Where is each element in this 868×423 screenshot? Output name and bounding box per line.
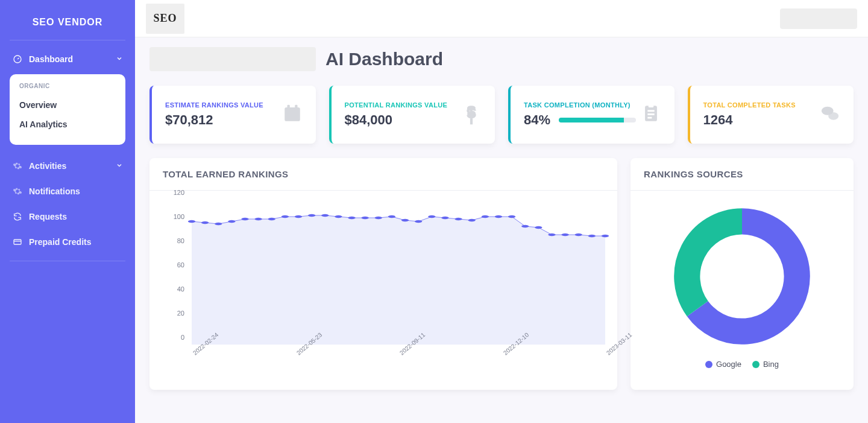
dollar-icon [461,103,482,126]
stat-value: 84% [524,112,550,128]
sidebar-subpanel: ORGANIC Overview AI Analytics [10,74,125,145]
svg-rect-9 [647,117,652,119]
svg-point-17 [254,218,262,220]
donut-legend: Google Bing [705,360,779,369]
svg-point-12 [188,220,195,223]
stat-card-task: TASK COMPLETION (MONTHLY) 84% [508,86,675,144]
svg-point-24 [348,217,355,219]
svg-point-11 [828,112,838,120]
sidebar-item-label: Notifications [29,186,80,196]
chevron-down-icon [116,161,123,171]
page-title: AI Dashboard [326,49,443,69]
svg-rect-2 [285,107,300,121]
svg-point-14 [215,223,222,225]
chevron-down-icon [116,54,123,64]
topbar-placeholder[interactable] [780,8,857,29]
svg-point-30 [428,215,435,218]
sidebar-item-label: Activities [29,161,66,171]
legend-dot-google [705,361,712,368]
svg-point-19 [281,215,289,218]
sidebar-subitem-ai-analytics[interactable]: AI Analytics [19,115,116,134]
svg-rect-1 [14,240,21,244]
sidebar-subpanel-category: ORGANIC [19,83,116,89]
svg-point-40 [561,234,568,236]
svg-point-43 [602,235,609,237]
svg-point-26 [375,217,382,219]
sidebar-item-label: Requests [29,212,67,221]
svg-point-39 [548,234,555,236]
stat-value: $84,000 [345,112,448,128]
svg-point-36 [508,215,515,218]
donut-chart [670,204,814,349]
svg-point-23 [335,215,342,218]
refresh-icon [12,211,23,222]
brand-title: SEO VENDOR [10,12,125,40]
sidebar-item-prepaid[interactable]: Prepaid Credits [10,229,125,255]
sidebar-divider [10,261,125,261]
clipboard-icon [641,103,661,126]
sidebar-nav: Dashboard ORGANIC Overview AI Analytics … [10,46,125,261]
stat-card-completed: TOTAL COMPLETED TASKS 1264 [688,86,854,144]
sidebar-subitem-overview[interactable]: Overview [19,95,116,115]
legend-google[interactable]: Google [705,360,741,369]
svg-point-34 [482,215,489,218]
sidebar-item-label: Dashboard [29,54,73,64]
legend-bing[interactable]: Bing [752,360,779,369]
svg-point-37 [521,225,529,227]
gear-icon [12,186,23,197]
stat-label: TASK COMPLETION (MONTHLY) [524,101,636,109]
svg-point-32 [454,218,462,220]
title-row: AI Dashboard [149,47,854,71]
svg-rect-7 [647,110,654,112]
logo: SEO [146,4,184,34]
line-chart-panel: TOTAL EARNED RANKINGS 020406080100120 20… [149,158,617,390]
legend-dot-bing [752,361,760,368]
svg-point-13 [201,221,209,224]
chat-icon [820,103,840,126]
svg-point-38 [535,226,542,229]
svg-rect-6 [648,104,653,107]
sidebar-item-notifications[interactable]: Notifications [10,179,125,204]
stat-label: ESTIMATE RANKINGS VALUE [165,101,263,109]
stats-row: ESTIMATE RANKINGS VALUE $70,812 POTENTIA… [149,86,854,144]
sidebar-item-dashboard[interactable]: Dashboard [10,46,125,72]
legend-label: Google [716,360,741,369]
sidebar-item-requests[interactable]: Requests [10,204,125,229]
stat-value: $70,812 [165,112,263,128]
svg-point-25 [362,217,369,219]
title-placeholder [149,47,316,71]
gear-icon [12,161,23,171]
svg-point-22 [321,214,329,217]
svg-point-21 [308,214,315,217]
svg-point-42 [588,235,596,237]
svg-point-27 [388,215,395,218]
svg-rect-3 [287,105,289,109]
sidebar-item-label: Prepaid Credits [29,237,91,247]
svg-point-20 [295,215,302,218]
stat-value: 1264 [703,112,796,128]
credit-icon [12,237,23,247]
svg-rect-4 [295,105,297,109]
main-content: SEO AI Dashboard ESTIMATE RANKINGS VALUE… [135,0,868,423]
svg-point-15 [228,220,235,223]
stat-label: TOTAL COMPLETED TASKS [703,101,796,109]
svg-point-16 [241,218,248,220]
svg-point-29 [415,220,422,223]
panel-title: RANKINGS SOURCES [631,158,854,191]
progress-bar [559,118,636,122]
logo-text: SEO [153,12,177,25]
panel-title: TOTAL EARNED RANKINGS [149,158,617,191]
sidebar: SEO VENDOR Dashboard ORGANIC Overview AI… [0,0,135,423]
svg-point-31 [441,217,448,219]
topbar: SEO [135,0,868,37]
stat-label: POTENTIAL RANKINGS VALUE [345,101,448,109]
calendar-icon [282,103,303,126]
legend-label: Bing [763,360,779,369]
line-chart: 020406080100120 2022-02-242022-05-232022… [149,191,617,390]
svg-point-33 [468,219,476,221]
sidebar-item-activities[interactable]: Activities [10,153,125,179]
dashboard-icon [12,54,23,65]
topbar-right [780,8,857,29]
svg-point-18 [268,218,275,220]
svg-point-41 [575,234,582,236]
